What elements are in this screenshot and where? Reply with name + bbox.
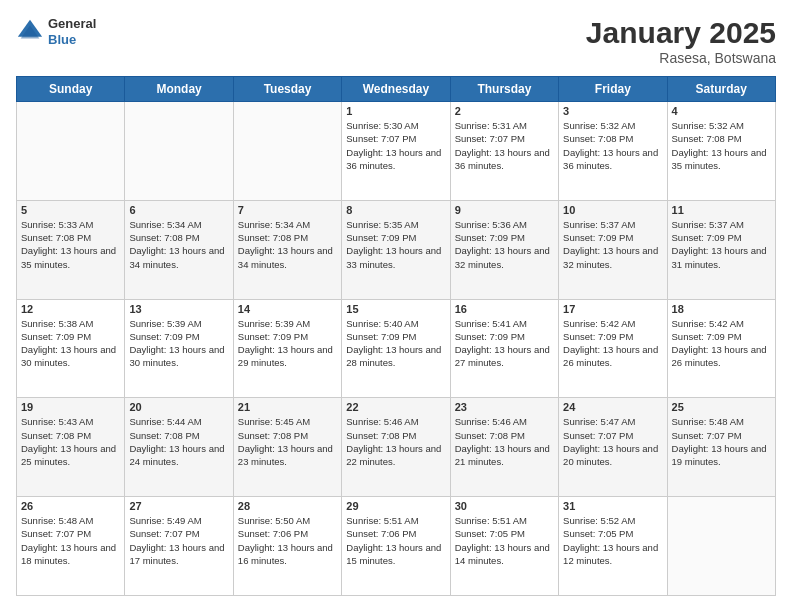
table-row: 4Sunrise: 5:32 AM Sunset: 7:08 PM Daylig… [667, 102, 775, 201]
day-info: Sunrise: 5:51 AM Sunset: 7:06 PM Dayligh… [346, 514, 445, 567]
table-row: 14Sunrise: 5:39 AM Sunset: 7:09 PM Dayli… [233, 299, 341, 398]
calendar-week-row: 19Sunrise: 5:43 AM Sunset: 7:08 PM Dayli… [17, 398, 776, 497]
day-info: Sunrise: 5:42 AM Sunset: 7:09 PM Dayligh… [563, 317, 662, 370]
logo-blue-text: Blue [48, 32, 96, 48]
table-row: 6Sunrise: 5:34 AM Sunset: 7:08 PM Daylig… [125, 200, 233, 299]
calendar-week-row: 12Sunrise: 5:38 AM Sunset: 7:09 PM Dayli… [17, 299, 776, 398]
day-info: Sunrise: 5:37 AM Sunset: 7:09 PM Dayligh… [672, 218, 771, 271]
page: General Blue January 2025 Rasesa, Botswa… [0, 0, 792, 612]
table-row: 25Sunrise: 5:48 AM Sunset: 7:07 PM Dayli… [667, 398, 775, 497]
table-row: 31Sunrise: 5:52 AM Sunset: 7:05 PM Dayli… [559, 497, 667, 596]
table-row: 7Sunrise: 5:34 AM Sunset: 7:08 PM Daylig… [233, 200, 341, 299]
day-number: 9 [455, 204, 554, 216]
day-number: 16 [455, 303, 554, 315]
col-tuesday: Tuesday [233, 77, 341, 102]
day-number: 3 [563, 105, 662, 117]
day-info: Sunrise: 5:46 AM Sunset: 7:08 PM Dayligh… [455, 415, 554, 468]
day-info: Sunrise: 5:30 AM Sunset: 7:07 PM Dayligh… [346, 119, 445, 172]
day-info: Sunrise: 5:44 AM Sunset: 7:08 PM Dayligh… [129, 415, 228, 468]
table-row: 8Sunrise: 5:35 AM Sunset: 7:09 PM Daylig… [342, 200, 450, 299]
day-number: 22 [346, 401, 445, 413]
day-number: 19 [21, 401, 120, 413]
table-row: 26Sunrise: 5:48 AM Sunset: 7:07 PM Dayli… [17, 497, 125, 596]
day-number: 23 [455, 401, 554, 413]
day-number: 24 [563, 401, 662, 413]
day-info: Sunrise: 5:33 AM Sunset: 7:08 PM Dayligh… [21, 218, 120, 271]
table-row: 12Sunrise: 5:38 AM Sunset: 7:09 PM Dayli… [17, 299, 125, 398]
month-title: January 2025 [586, 16, 776, 50]
day-info: Sunrise: 5:52 AM Sunset: 7:05 PM Dayligh… [563, 514, 662, 567]
day-info: Sunrise: 5:36 AM Sunset: 7:09 PM Dayligh… [455, 218, 554, 271]
day-number: 17 [563, 303, 662, 315]
day-number: 20 [129, 401, 228, 413]
day-number: 21 [238, 401, 337, 413]
table-row: 17Sunrise: 5:42 AM Sunset: 7:09 PM Dayli… [559, 299, 667, 398]
day-info: Sunrise: 5:34 AM Sunset: 7:08 PM Dayligh… [238, 218, 337, 271]
col-friday: Friday [559, 77, 667, 102]
logo-icon [16, 18, 44, 46]
day-number: 5 [21, 204, 120, 216]
day-info: Sunrise: 5:45 AM Sunset: 7:08 PM Dayligh… [238, 415, 337, 468]
day-number: 6 [129, 204, 228, 216]
table-row: 27Sunrise: 5:49 AM Sunset: 7:07 PM Dayli… [125, 497, 233, 596]
day-info: Sunrise: 5:42 AM Sunset: 7:09 PM Dayligh… [672, 317, 771, 370]
day-info: Sunrise: 5:39 AM Sunset: 7:09 PM Dayligh… [238, 317, 337, 370]
day-number: 18 [672, 303, 771, 315]
day-info: Sunrise: 5:48 AM Sunset: 7:07 PM Dayligh… [672, 415, 771, 468]
table-row [667, 497, 775, 596]
day-number: 26 [21, 500, 120, 512]
table-row: 24Sunrise: 5:47 AM Sunset: 7:07 PM Dayli… [559, 398, 667, 497]
calendar-week-row: 26Sunrise: 5:48 AM Sunset: 7:07 PM Dayli… [17, 497, 776, 596]
calendar-table: Sunday Monday Tuesday Wednesday Thursday… [16, 76, 776, 596]
day-number: 13 [129, 303, 228, 315]
table-row: 3Sunrise: 5:32 AM Sunset: 7:08 PM Daylig… [559, 102, 667, 201]
col-wednesday: Wednesday [342, 77, 450, 102]
day-info: Sunrise: 5:47 AM Sunset: 7:07 PM Dayligh… [563, 415, 662, 468]
day-info: Sunrise: 5:35 AM Sunset: 7:09 PM Dayligh… [346, 218, 445, 271]
table-row: 30Sunrise: 5:51 AM Sunset: 7:05 PM Dayli… [450, 497, 558, 596]
day-info: Sunrise: 5:43 AM Sunset: 7:08 PM Dayligh… [21, 415, 120, 468]
table-row: 13Sunrise: 5:39 AM Sunset: 7:09 PM Dayli… [125, 299, 233, 398]
col-saturday: Saturday [667, 77, 775, 102]
day-number: 14 [238, 303, 337, 315]
day-number: 31 [563, 500, 662, 512]
table-row: 9Sunrise: 5:36 AM Sunset: 7:09 PM Daylig… [450, 200, 558, 299]
table-row: 20Sunrise: 5:44 AM Sunset: 7:08 PM Dayli… [125, 398, 233, 497]
day-info: Sunrise: 5:39 AM Sunset: 7:09 PM Dayligh… [129, 317, 228, 370]
calendar-header-row: Sunday Monday Tuesday Wednesday Thursday… [17, 77, 776, 102]
day-info: Sunrise: 5:48 AM Sunset: 7:07 PM Dayligh… [21, 514, 120, 567]
table-row [125, 102, 233, 201]
day-info: Sunrise: 5:37 AM Sunset: 7:09 PM Dayligh… [563, 218, 662, 271]
table-row: 19Sunrise: 5:43 AM Sunset: 7:08 PM Dayli… [17, 398, 125, 497]
logo: General Blue [16, 16, 96, 47]
table-row: 29Sunrise: 5:51 AM Sunset: 7:06 PM Dayli… [342, 497, 450, 596]
table-row: 15Sunrise: 5:40 AM Sunset: 7:09 PM Dayli… [342, 299, 450, 398]
col-sunday: Sunday [17, 77, 125, 102]
logo-general-text: General [48, 16, 96, 32]
day-number: 30 [455, 500, 554, 512]
day-info: Sunrise: 5:32 AM Sunset: 7:08 PM Dayligh… [563, 119, 662, 172]
day-info: Sunrise: 5:46 AM Sunset: 7:08 PM Dayligh… [346, 415, 445, 468]
day-number: 25 [672, 401, 771, 413]
table-row: 21Sunrise: 5:45 AM Sunset: 7:08 PM Dayli… [233, 398, 341, 497]
day-number: 4 [672, 105, 771, 117]
table-row: 11Sunrise: 5:37 AM Sunset: 7:09 PM Dayli… [667, 200, 775, 299]
day-number: 7 [238, 204, 337, 216]
table-row: 5Sunrise: 5:33 AM Sunset: 7:08 PM Daylig… [17, 200, 125, 299]
day-info: Sunrise: 5:38 AM Sunset: 7:09 PM Dayligh… [21, 317, 120, 370]
day-number: 10 [563, 204, 662, 216]
day-info: Sunrise: 5:50 AM Sunset: 7:06 PM Dayligh… [238, 514, 337, 567]
day-number: 27 [129, 500, 228, 512]
day-number: 1 [346, 105, 445, 117]
day-info: Sunrise: 5:31 AM Sunset: 7:07 PM Dayligh… [455, 119, 554, 172]
day-number: 2 [455, 105, 554, 117]
day-number: 29 [346, 500, 445, 512]
table-row: 16Sunrise: 5:41 AM Sunset: 7:09 PM Dayli… [450, 299, 558, 398]
table-row: 28Sunrise: 5:50 AM Sunset: 7:06 PM Dayli… [233, 497, 341, 596]
day-info: Sunrise: 5:34 AM Sunset: 7:08 PM Dayligh… [129, 218, 228, 271]
calendar-week-row: 1Sunrise: 5:30 AM Sunset: 7:07 PM Daylig… [17, 102, 776, 201]
table-row: 2Sunrise: 5:31 AM Sunset: 7:07 PM Daylig… [450, 102, 558, 201]
location: Rasesa, Botswana [586, 50, 776, 66]
table-row [233, 102, 341, 201]
day-info: Sunrise: 5:49 AM Sunset: 7:07 PM Dayligh… [129, 514, 228, 567]
